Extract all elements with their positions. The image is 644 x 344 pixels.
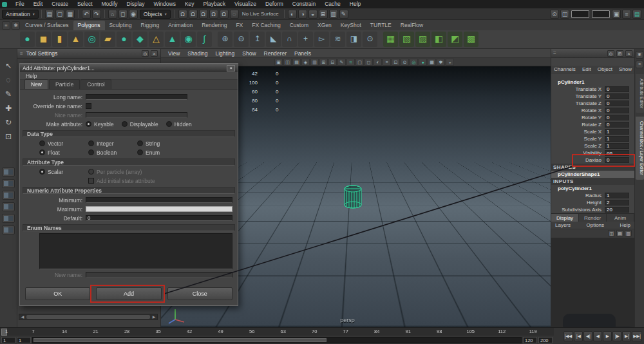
scrollbar-thumb[interactable] (26, 315, 150, 319)
select-hierarchy-icon[interactable]: ⌂ (108, 10, 117, 19)
bridge-icon[interactable]: ∩ (282, 32, 297, 47)
frame-tick-112[interactable]: 112 (498, 329, 506, 334)
channel-value-field[interactable]: 0 (605, 100, 629, 106)
scalar-radio[interactable] (39, 169, 45, 175)
frame-tick-14[interactable]: 14 (62, 329, 67, 334)
bookmark-icon[interactable]: ◈ (301, 59, 310, 66)
layer-visibility-icon[interactable]: ◫ (608, 230, 615, 236)
shaded-icon[interactable]: ● (419, 59, 427, 66)
scroll-right-icon[interactable]: ▶ (151, 314, 157, 320)
overscan-icon[interactable]: ⊟ (328, 59, 337, 66)
channel-value-field[interactable]: 0 (605, 93, 629, 99)
channel-row-translate-z[interactable]: Translate Z0 (551, 100, 634, 107)
poly-sphere-icon[interactable]: ● (20, 32, 35, 47)
cb-menu-channels[interactable]: Channels (554, 66, 576, 72)
cb-menu-object[interactable]: Object (598, 66, 612, 72)
render-current-frame-icon[interactable]: ◑ (298, 10, 307, 19)
step-back-frame-button[interactable]: |◀ (574, 331, 583, 341)
menu-constrain[interactable]: Constrain (288, 0, 320, 8)
menu-edit[interactable]: Edit (29, 0, 48, 8)
relax-icon[interactable]: ▩ (464, 32, 478, 47)
rail-gear-icon[interactable]: ✱ (636, 51, 643, 59)
layout-persp-outliner[interactable] (2, 191, 15, 200)
vp-menu-panels[interactable]: Panels (290, 50, 315, 57)
layout-uv-persp[interactable] (2, 225, 15, 234)
frame-tick-77[interactable]: 77 (343, 329, 348, 334)
channel-row-scale-y[interactable]: Scale Y1 (551, 135, 634, 142)
select-tool[interactable]: ↖ (2, 60, 15, 73)
poly-disc-icon[interactable]: ● (117, 32, 131, 47)
data-type-section-header[interactable]: Data Type (23, 130, 235, 137)
float-radio[interactable] (39, 149, 45, 155)
frame-tick-7[interactable]: 7 (32, 329, 34, 334)
menu-set-dropdown[interactable]: Animation ▾ (2, 10, 39, 19)
frame-tick-28[interactable]: 28 (124, 329, 129, 334)
time-slider[interactable]: 1714212835424956637077849198105112119 (0, 327, 554, 336)
select-object-icon[interactable]: ◻ (118, 10, 128, 19)
poly-pipe-icon[interactable]: ◉ (181, 32, 196, 47)
poly-cube-icon[interactable]: ◼ (36, 32, 51, 47)
shelf-tab-sculpting[interactable]: Sculpting (105, 21, 137, 30)
tab-control[interactable]: Control (80, 79, 111, 89)
vp-menu-show[interactable]: Show (238, 50, 260, 57)
numeric-properties-section-header[interactable]: Numeric Attribute Properties (23, 187, 235, 194)
cb-expand-icon[interactable]: ⊞ (616, 50, 623, 57)
vp-menu-renderer[interactable]: Renderer (260, 50, 290, 57)
tool-settings-header[interactable]: ≡ Tool Settings ⊙× (17, 49, 160, 59)
channel-row-rotate-z[interactable]: Rotate Z0 (551, 121, 634, 128)
channel-section-shapes[interactable]: SHAPES (551, 164, 634, 171)
lasso-tool[interactable]: ◌ (2, 74, 15, 87)
channel-box-toggle-icon[interactable]: ▤ (632, 10, 641, 19)
new-empty-layer-button[interactable]: ▤ (616, 230, 623, 236)
channel-row-rotate-x[interactable]: Rotate X0 (551, 107, 634, 114)
enum-names-section-header[interactable]: Enum Names (23, 224, 235, 231)
combine-icon[interactable]: ⊕ (218, 32, 232, 47)
channel-row-scale-z[interactable]: Scale Z1 (551, 142, 634, 149)
edge-flow-icon[interactable]: ◧ (431, 32, 446, 47)
le-tab-anim[interactable]: Anim (607, 214, 634, 222)
frame-tick-35[interactable]: 35 (155, 329, 160, 334)
shelf-tab-curves-surfaces[interactable]: Curves / Surfaces (21, 21, 73, 30)
layout-persp-graph[interactable] (2, 202, 15, 211)
close-icon[interactable]: × (227, 65, 235, 72)
channel-row-height[interactable]: Height2 (551, 199, 634, 206)
quad-draw-icon[interactable]: ▦ (383, 32, 398, 47)
frame-tick-91[interactable]: 91 (406, 329, 411, 334)
go-to-end-button[interactable]: ▶▶| (632, 331, 642, 341)
channel-value-field[interactable]: 1 (605, 193, 629, 198)
paint-effects-icon[interactable]: ✎ (339, 10, 348, 19)
modeling-toolkit-icon[interactable]: ▣ (612, 10, 621, 19)
go-to-start-button[interactable]: |◀◀ (564, 331, 574, 341)
poly-cylinder-icon[interactable]: ▮ (52, 32, 67, 47)
integer-radio[interactable] (88, 140, 94, 146)
symmetry-icon[interactable]: ▧ (399, 32, 414, 47)
layout-single-pane[interactable] (2, 167, 15, 177)
sidebar-tab-attribute-editor[interactable]: Attribute Editor (636, 74, 644, 113)
shelf-tab-custom[interactable]: Custom (285, 21, 313, 30)
scale-tool[interactable]: ⊡ (2, 131, 15, 144)
enum-radio[interactable] (137, 149, 143, 155)
field-chart-icon[interactable]: ≡ (383, 59, 391, 66)
le-menu-layers[interactable]: Layers (555, 222, 571, 228)
snap-point-icon[interactable]: Ω (199, 10, 208, 19)
soft-select-icon[interactable]: ▨ (415, 32, 430, 47)
safe-action-icon[interactable]: ⊡ (392, 59, 400, 66)
poly-platonic-icon[interactable]: ◆ (133, 32, 147, 47)
menu-file[interactable]: File (11, 0, 29, 8)
greasepencil-icon[interactable]: ✎ (337, 59, 346, 66)
cb-close-icon[interactable]: × (625, 50, 632, 57)
step-fwd-key-button[interactable]: |▶ (612, 331, 621, 341)
menu-key[interactable]: Key (180, 0, 199, 8)
frame-tick-42[interactable]: 42 (187, 329, 192, 334)
menu-cache[interactable]: Cache (320, 0, 345, 8)
menu-visualize[interactable]: Visualize (230, 0, 261, 8)
menu-playback[interactable]: Playback (199, 0, 231, 8)
boolean-radio[interactable] (88, 149, 94, 155)
menu-help[interactable]: Help (26, 73, 37, 79)
le-menu-options[interactable]: Options (586, 222, 604, 228)
xray-icon[interactable]: ◒ (446, 59, 454, 66)
select-camera-icon[interactable]: ▣ (274, 59, 283, 66)
anim-end-field[interactable]: 200 (538, 337, 553, 343)
safe-title-icon[interactable]: ⊙ (401, 59, 409, 66)
maximum-field[interactable] (86, 206, 232, 212)
